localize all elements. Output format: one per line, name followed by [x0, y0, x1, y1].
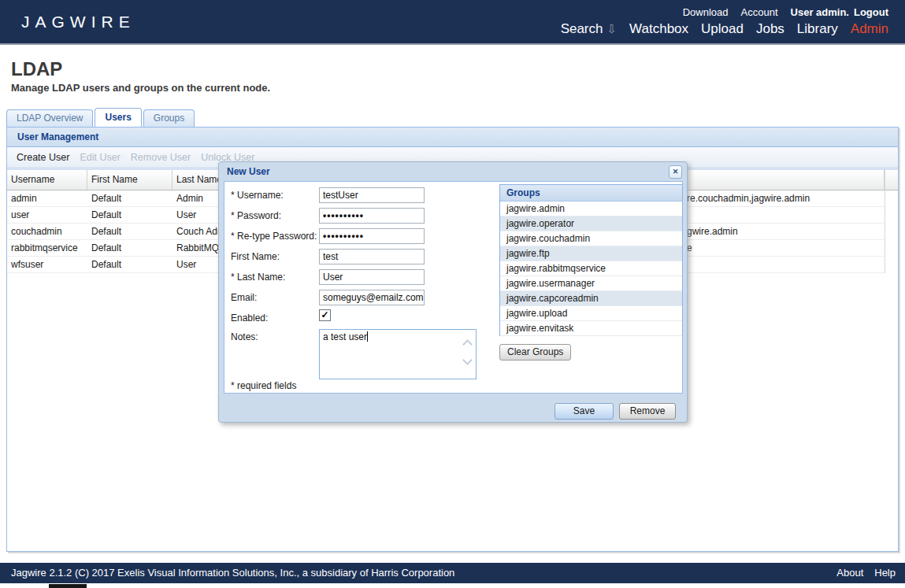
- list-item[interactable]: jagwire.operator: [500, 216, 682, 231]
- help-link[interactable]: Help: [874, 567, 896, 579]
- close-icon[interactable]: ✕: [669, 165, 682, 179]
- grid-column-separator: [885, 170, 885, 273]
- list-item[interactable]: jagwire.usermanager: [500, 276, 682, 291]
- retype-password-label: * Re-type Password:: [231, 228, 317, 244]
- primary-nav: Search ⇩ Watchbox Upload Jobs Library Ad…: [561, 21, 888, 37]
- top-navbar: JAGWIRE Download Account User admin. Log…: [0, 0, 905, 45]
- save-button[interactable]: Save: [554, 403, 614, 420]
- notes-text: a test user: [323, 331, 367, 342]
- nav-jobs-link[interactable]: Jobs: [756, 21, 784, 37]
- remove-button[interactable]: Remove: [619, 403, 676, 420]
- search-label: Search: [561, 21, 603, 37]
- new-user-dialog: New User ✕ * Username: * Password: * Re-…: [218, 161, 688, 423]
- cell-username: admin: [7, 190, 87, 206]
- current-user-label: User admin.: [791, 6, 849, 18]
- column-header-username[interactable]: Username: [7, 170, 87, 190]
- tab-ldap-overview[interactable]: LDAP Overview: [6, 109, 93, 127]
- list-item[interactable]: jagwire.ftp: [500, 246, 682, 261]
- page-subtitle: Manage LDAP users and groups on the curr…: [11, 82, 270, 94]
- cell-username: rabbitmqservice: [7, 240, 87, 256]
- cell-first-name: Default: [87, 240, 172, 256]
- nav-search-link[interactable]: Search ⇩: [561, 21, 617, 37]
- groups-cell-fragment: re.couchadmin,jagwire.admin: [687, 190, 810, 207]
- list-item[interactable]: jagwire.admin: [500, 202, 682, 216]
- jagwire-logo[interactable]: JAGWIRE: [21, 13, 135, 31]
- list-item[interactable]: jagwire.envitask: [500, 321, 682, 336]
- retype-password-field[interactable]: [319, 228, 425, 244]
- column-header-first-name[interactable]: First Name: [87, 170, 172, 190]
- notes-field[interactable]: a test user: [319, 329, 477, 379]
- scroll-up-icon[interactable]: [462, 339, 473, 349]
- email-label: Email:: [231, 290, 257, 305]
- nav-library-link[interactable]: Library: [797, 21, 838, 37]
- list-item[interactable]: jagwire.upload: [500, 306, 682, 321]
- edit-user-button: Edit User: [80, 152, 120, 163]
- cell-first-name: Default: [87, 224, 172, 239]
- nav-upload-link[interactable]: Upload: [701, 21, 744, 37]
- tab-users[interactable]: Users: [95, 108, 141, 127]
- groups-cell-fragment: e: [687, 240, 692, 257]
- user-session-block: User admin. Logout: [791, 6, 888, 18]
- cell-username: wfsuser: [7, 257, 87, 272]
- about-link[interactable]: About: [836, 567, 863, 579]
- list-item[interactable]: jagwire.capcoreadmin: [500, 291, 682, 306]
- panel-title: User Management: [7, 128, 898, 147]
- footer-links: About Help: [836, 567, 896, 579]
- nav-download-link[interactable]: Download: [683, 6, 729, 18]
- groups-list-title: Groups: [500, 185, 682, 202]
- remove-user-button: Remove User: [131, 152, 191, 163]
- logout-link[interactable]: Logout: [854, 6, 888, 18]
- email-field[interactable]: [319, 290, 425, 305]
- cell-first-name: Default: [87, 257, 172, 272]
- required-fields-note: * required fields: [231, 380, 296, 391]
- password-field[interactable]: [319, 208, 425, 224]
- cell-first-name: Default: [87, 207, 172, 223]
- check-icon: ✓: [321, 309, 328, 320]
- enabled-label: Enabled:: [231, 310, 268, 326]
- column-header-spacer: [885, 170, 898, 190]
- enabled-checkbox[interactable]: ✓: [319, 309, 331, 321]
- page-footer: Jagwire 2.1.2 (C) 2017 Exelis Visual Inf…: [0, 563, 905, 583]
- username-field[interactable]: [319, 187, 425, 203]
- screen-edge-artifact: [49, 584, 87, 588]
- tab-groups[interactable]: Groups: [143, 109, 195, 127]
- groups-list-panel: Groups jagwire.admin jagwire.operator ja…: [499, 184, 683, 336]
- nav-watchbox-link[interactable]: Watchbox: [629, 21, 688, 37]
- cell-first-name: Default: [87, 190, 172, 206]
- clear-groups-button[interactable]: Clear Groups: [499, 344, 571, 361]
- last-name-field[interactable]: [319, 269, 425, 285]
- ldap-tab-strip: LDAP Overview Users Groups: [6, 108, 195, 127]
- scroll-down-icon[interactable]: [462, 355, 473, 365]
- first-name-label: First Name:: [231, 249, 280, 264]
- dialog-body: * Username: * Password: * Re-type Passwo…: [224, 181, 683, 394]
- page-title: LDAP: [11, 58, 62, 80]
- copyright-text: Jagwire 2.1.2 (C) 2017 Exelis Visual Inf…: [11, 567, 454, 579]
- nav-account-link[interactable]: Account: [741, 6, 778, 18]
- list-item[interactable]: jagwire.rabbitmqservice: [500, 261, 682, 276]
- list-item[interactable]: jagwire.couchadmin: [500, 231, 682, 246]
- text-cursor: [367, 331, 368, 342]
- username-label: * Username:: [231, 187, 284, 203]
- search-dropdown-icon[interactable]: ⇩: [607, 22, 618, 36]
- cell-username: couchadmin: [7, 224, 87, 239]
- notes-label: Notes:: [231, 329, 258, 345]
- last-name-label: * Last Name:: [231, 269, 285, 285]
- dialog-title[interactable]: New User: [219, 162, 687, 181]
- nav-admin-link[interactable]: Admin: [851, 21, 888, 37]
- first-name-field[interactable]: [319, 249, 425, 264]
- password-label: * Password:: [231, 208, 281, 224]
- secondary-nav: Download Account User admin. Logout: [683, 6, 888, 18]
- cell-username: user: [7, 207, 87, 223]
- create-user-button[interactable]: Create User: [17, 152, 69, 163]
- groups-cell-fragment: gwire.admin: [687, 224, 738, 240]
